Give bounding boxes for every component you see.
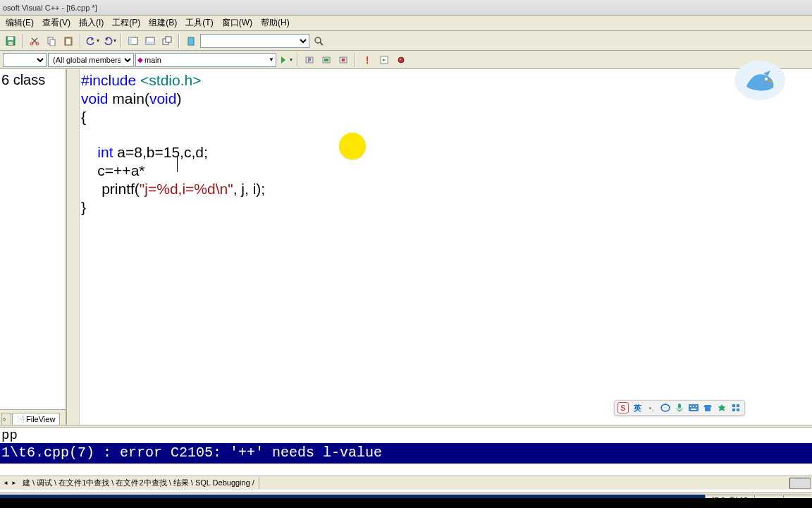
menu-build[interactable]: 组建(B) — [144, 16, 181, 30]
bottom-bar — [0, 498, 812, 508]
ime-logo-icon[interactable]: S — [617, 402, 629, 413]
ime-mic-icon[interactable] — [674, 402, 685, 413]
menu-tools[interactable]: 工具(T) — [181, 16, 217, 30]
menubar: 编辑(E) 查看(V) 插入(I) 工程(P) 组建(B) 工具(T) 窗口(W… — [0, 16, 812, 31]
action-icon[interactable]: ▾ — [278, 52, 293, 68]
svg-rect-38 — [737, 409, 739, 411]
svg-rect-1 — [8, 37, 13, 40]
find-icon[interactable] — [311, 33, 326, 49]
svg-point-16 — [315, 37, 321, 43]
code-content[interactable]: #include <stdio.h> void main(void) { int… — [80, 69, 812, 425]
highlight-marker — [339, 133, 366, 159]
ime-soft-keyboard-icon[interactable] — [660, 402, 671, 413]
output-tabs-text[interactable]: 建 \ 调试 \ 在文件1中查找 \ 在文件2中查找 \ 结果 \ SQL De… — [18, 477, 259, 489]
svg-rect-12 — [146, 42, 154, 44]
svg-rect-35 — [732, 404, 735, 407]
app-title: osoft Visual C++ - [t6.cpp *] — [3, 4, 97, 12]
ime-toolbar[interactable]: S 英 •, — [614, 400, 745, 416]
ime-punct-icon[interactable]: •, — [646, 402, 657, 413]
svg-rect-33 — [696, 406, 697, 407]
go-icon[interactable] — [376, 52, 392, 68]
menu-edit[interactable]: 编辑(E) — [1, 16, 38, 30]
output-error-line[interactable]: 1\t6.cpp(7) : error C2105: '++' needs l-… — [0, 443, 812, 464]
menu-help[interactable]: 帮助(H) — [257, 16, 294, 30]
tab-fileview[interactable]: 📄FileView — [12, 413, 60, 425]
code-editor[interactable]: #include <stdio.h> void main(void) { int… — [67, 69, 812, 425]
build-icon[interactable] — [319, 52, 334, 68]
file-tab-icon: 📄 — [17, 416, 25, 423]
func-icon: ◆ — [137, 56, 143, 64]
svg-point-24 — [398, 57, 404, 63]
class-tab-icon: ▫ — [3, 415, 6, 423]
svg-rect-32 — [693, 406, 694, 407]
svg-rect-8 — [66, 39, 70, 44]
class-combo[interactable] — [3, 53, 47, 67]
tab-classview[interactable]: ▫ — [1, 413, 11, 425]
svg-rect-30 — [689, 404, 699, 411]
scope-combo[interactable]: (All global members — [48, 53, 134, 67]
undo-icon[interactable]: ▾ — [85, 33, 100, 49]
svg-point-25 — [400, 59, 401, 60]
execute-icon[interactable]: ! — [359, 52, 375, 68]
wizbar-toolbar: (All global members ◆ main ▼ ▾ ! — [0, 51, 812, 69]
windows-icon[interactable] — [159, 33, 175, 49]
ime-skin-icon[interactable] — [702, 402, 713, 413]
text-cursor — [177, 157, 178, 172]
menu-window[interactable]: 窗口(W) — [218, 16, 257, 30]
ime-settings-icon[interactable] — [730, 402, 742, 413]
thunder-logo-icon — [732, 59, 787, 102]
breakpoint-icon[interactable] — [393, 52, 409, 68]
redo-icon[interactable]: ▾ — [102, 33, 117, 49]
svg-rect-20 — [324, 59, 328, 61]
output-hscroll[interactable] — [789, 478, 811, 489]
svg-rect-36 — [737, 404, 739, 407]
workspace-tabs: ▫ 📄FileView — [0, 409, 66, 425]
cut-icon[interactable] — [27, 33, 42, 49]
compile-icon[interactable] — [302, 52, 317, 68]
svg-rect-10 — [129, 37, 132, 44]
svg-point-28 — [661, 404, 670, 411]
svg-rect-15 — [188, 37, 194, 45]
output-filename: pp — [0, 428, 812, 443]
svg-rect-31 — [690, 406, 691, 407]
svg-rect-6 — [50, 40, 55, 46]
svg-rect-29 — [678, 404, 681, 409]
workspace-panel: 6 class ▫ 📄FileView — [0, 69, 67, 425]
ime-tool-icon[interactable] — [716, 402, 727, 413]
svg-point-27 — [765, 78, 768, 80]
bookmark-icon[interactable] — [183, 33, 199, 49]
svg-rect-37 — [732, 409, 735, 411]
output-icon[interactable] — [142, 33, 158, 49]
menu-project[interactable]: 工程(P) — [108, 16, 144, 30]
output-extra-line — [0, 464, 812, 476]
ime-lang[interactable]: 英 — [632, 402, 643, 413]
editor-gutter — [67, 69, 80, 425]
standard-toolbar: ▾ ▾ — [0, 31, 812, 51]
class-view[interactable]: 6 class — [0, 69, 66, 409]
svg-rect-22 — [342, 59, 345, 61]
output-tabs: ◄► 建 \ 调试 \ 在文件1中查找 \ 在文件2中查找 \ 结果 \ SQL… — [0, 476, 812, 490]
main-area: 6 class ▫ 📄FileView #include <stdio.h> v… — [0, 69, 812, 425]
workspace-icon[interactable] — [125, 33, 141, 49]
menu-insert[interactable]: 插入(I) — [75, 16, 108, 30]
ime-keyboard-icon[interactable] — [688, 402, 699, 413]
svg-rect-2 — [8, 42, 13, 45]
svg-rect-34 — [691, 409, 696, 410]
save-icon[interactable] — [3, 33, 18, 49]
svg-rect-14 — [166, 37, 171, 42]
copy-icon[interactable] — [44, 33, 59, 49]
output-panel: pp 1\t6.cpp(7) : error C2105: '++' needs… — [0, 428, 812, 476]
paste-icon[interactable] — [61, 33, 76, 49]
find-combo[interactable] — [200, 34, 309, 48]
svg-line-17 — [320, 42, 323, 45]
menu-view[interactable]: 查看(V) — [38, 16, 75, 30]
stop-build-icon[interactable] — [336, 52, 351, 68]
member-combo[interactable]: ◆ main ▼ — [135, 53, 276, 67]
titlebar: osoft Visual C++ - [t6.cpp *] — [0, 0, 812, 16]
